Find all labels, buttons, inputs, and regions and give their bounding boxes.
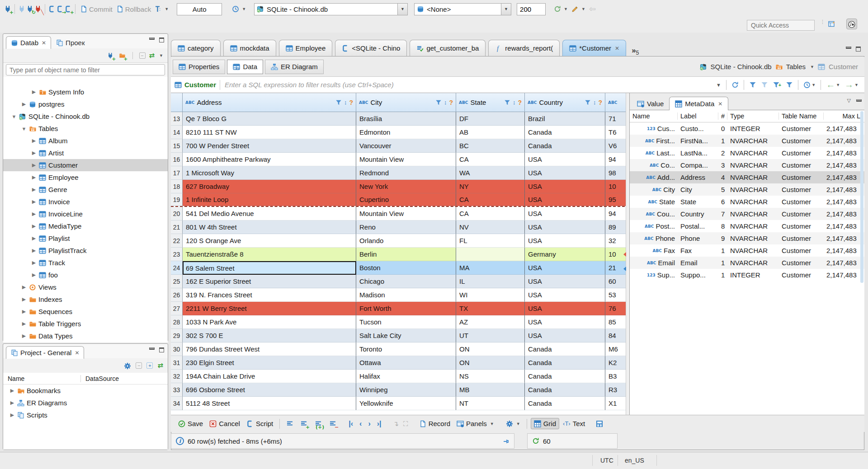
metadata-row-email[interactable]: ABCEmailEmail1NVARCHARCustomer2,147,483	[630, 257, 864, 269]
column-hint-icon[interactable]: ?	[449, 99, 453, 106]
tree-item-table-triggers[interactable]: ▶Table Triggers	[3, 318, 168, 330]
column-header-address[interactable]: ABCAddress↕?	[183, 93, 356, 112]
filter-funnel-icon[interactable]	[585, 99, 591, 106]
chevron-down-icon[interactable]: ▼	[501, 4, 511, 15]
editor-tab-get-customer-ba[interactable]: get_customer_ba	[410, 40, 486, 56]
reconnect-button[interactable]: ↻	[26, 5, 34, 13]
cell-address[interactable]: 796 Dundas Street West	[183, 342, 356, 356]
column-header-datasource[interactable]: DataSource	[81, 375, 119, 382]
grid-row-16[interactable]: 161600 Amphitheatre ParkwayMountain View…	[171, 153, 629, 166]
nav-back-button[interactable]: ←▼	[826, 80, 840, 90]
meta-column-header-table-name[interactable]: Table Name	[779, 113, 824, 120]
tree-item-sequences[interactable]: ▶Sequences	[3, 305, 168, 318]
fetch-all-icon[interactable]: ⛶	[401, 420, 410, 428]
cell-country[interactable]: USA	[525, 180, 605, 193]
tree-expand-icon[interactable]: ▶	[31, 211, 37, 217]
grid-row-21[interactable]: 21801 W 4th StreetRenoNVUSA89	[171, 220, 629, 234]
cell-state[interactable]: ON	[456, 342, 525, 356]
new-sql-editor-button[interactable]: +	[64, 5, 72, 13]
cell-address[interactable]: 627 Broadway	[183, 180, 356, 193]
cell-postal[interactable]: 71	[605, 112, 626, 126]
row-number-cell[interactable]: 24	[171, 261, 183, 275]
grid-row-18[interactable]: 18627 BroadwayNew YorkNYUSA10	[171, 180, 629, 193]
meta-column-header-type[interactable]: Type	[727, 113, 779, 120]
chevron-down-icon[interactable]: ▼	[397, 4, 407, 15]
commit-button[interactable]: Commit	[78, 5, 114, 14]
metadata-scrollbar[interactable]	[860, 111, 863, 283]
cell-state[interactable]: FL	[456, 234, 525, 248]
cell-address[interactable]: 194A Chain Lake Drive	[183, 370, 356, 383]
tree-item-tables[interactable]: ▼Tables	[3, 122, 168, 135]
cell-country[interactable]: USA	[525, 288, 605, 302]
row-number-cell[interactable]: 33	[171, 383, 183, 397]
grid-row-26[interactable]: 26319 N. Frances StreetMadisonWIUSA53	[171, 288, 629, 302]
cell-country[interactable]: USA	[525, 234, 605, 248]
grid-row-33[interactable]: 33696 Osborne StreetWinnipegMBCanadaR3	[171, 383, 629, 397]
cell-city[interactable]: Vancouver	[356, 139, 456, 153]
quick-access-input[interactable]	[747, 20, 815, 31]
tree-item-artist[interactable]: ▶Artist	[3, 147, 168, 159]
editor-tab-category[interactable]: category	[171, 40, 221, 56]
cell-country[interactable]: Canada	[525, 383, 605, 397]
tree-item-genre[interactable]: ▶Genre	[3, 183, 168, 196]
tree-item-invoice[interactable]: ▶Invoice	[3, 196, 168, 208]
sync-connection-button[interactable]: ▼	[552, 5, 570, 14]
cell-country[interactable]: Canada	[525, 356, 605, 370]
cell-address[interactable]: 8210 111 ST NW	[183, 126, 356, 139]
auto-refresh-control[interactable]: 60	[527, 433, 618, 449]
cancel-button[interactable]: Cancel	[207, 418, 243, 429]
cell-postal[interactable]: 76	[605, 302, 626, 315]
grid-row-15[interactable]: 15700 W Pender StreetVancouverBCCanadaV6	[171, 139, 629, 153]
cell-state[interactable]: NY	[456, 180, 525, 193]
new-connection-button[interactable]: +	[4, 5, 12, 13]
meta-column-header-max-l[interactable]: Max L	[824, 113, 863, 120]
cell-state[interactable]: CA	[456, 153, 525, 166]
tree-item-invoiceline[interactable]: ▶InvoiceLine	[3, 208, 168, 220]
row-number-cell[interactable]: 14	[171, 126, 183, 139]
tree-expand-icon[interactable]: ▶	[31, 248, 37, 253]
cell-country[interactable]: Canada	[525, 342, 605, 356]
row-number-cell[interactable]: 26	[171, 288, 183, 302]
row-number-cell[interactable]: 29	[171, 329, 183, 342]
column-hint-icon[interactable]: ?	[349, 99, 353, 106]
tree-expand-icon[interactable]: ▶	[31, 138, 37, 144]
settings-gear-button[interactable]	[124, 361, 131, 370]
grid-row-25[interactable]: 25162 E Superior StreetChicagoILUSA60	[171, 275, 629, 288]
close-icon[interactable]: ✕	[718, 101, 722, 107]
cell-postal[interactable]: 84	[605, 329, 626, 342]
tree-expand-icon[interactable]: ▶	[21, 309, 27, 314]
row-number-cell[interactable]: 22	[171, 234, 183, 248]
cell-postal[interactable]: 85	[605, 315, 626, 329]
custom-filter-button[interactable]	[786, 81, 793, 89]
cell-address[interactable]: 700 W Pender Street	[183, 139, 356, 153]
cell-state[interactable]: WI	[456, 288, 525, 302]
metadata-row-lastna-[interactable]: ABCLast...LastNa...2NVARCHARCustomer2,14…	[630, 147, 864, 159]
cell-postal[interactable]: 94	[605, 153, 626, 166]
column-header-name[interactable]: Name	[3, 375, 81, 382]
cell-country[interactable]: USA	[525, 207, 605, 220]
metadata-row-city[interactable]: ABCCityCity5NVARCHARCustomer2,147,483	[630, 183, 864, 196]
cell-city[interactable]: Edmonton	[356, 126, 456, 139]
pin-icon[interactable]	[502, 437, 509, 445]
grid-row-27[interactable]: 272211 W Berry StreetFort WorthTXUSA76	[171, 302, 629, 315]
cell-postal[interactable]: V6	[605, 139, 626, 153]
cell-address[interactable]: 230 Elgin Street	[183, 356, 356, 370]
row-number-cell[interactable]: 17	[171, 166, 183, 180]
cell-city[interactable]: Toronto	[356, 342, 456, 356]
tree-item-customer[interactable]: ▶Customer	[3, 159, 168, 171]
grid-row-34[interactable]: 345112 48 StreetYellowknifeNTCanadaX1	[171, 397, 629, 410]
row-number-cell[interactable]: 25	[171, 275, 183, 288]
rollback-button[interactable]: Rollback	[114, 5, 153, 14]
breadcrumb-connection[interactable]: SQLite - Chinook.db	[711, 63, 772, 70]
tree-collapse-icon[interactable]: ▼	[21, 126, 27, 131]
tree-item-employee[interactable]: ▶Employee	[3, 171, 168, 183]
cell-state[interactable]	[456, 248, 525, 261]
row-number-cell[interactable]: 18	[171, 180, 183, 193]
row-number-cell[interactable]: 20	[171, 207, 183, 220]
tree-item-mediatype[interactable]: ▶MediaType	[3, 220, 168, 232]
save-button[interactable]: Save	[175, 418, 206, 429]
cell-postal[interactable]: 94	[605, 207, 626, 220]
dbeaver-perspective-button[interactable]	[846, 19, 857, 29]
grid-row-23[interactable]: 23Tauentzienstraße 8BerlinGermany10	[171, 248, 629, 261]
column-hint-icon[interactable]: ?	[518, 99, 522, 106]
